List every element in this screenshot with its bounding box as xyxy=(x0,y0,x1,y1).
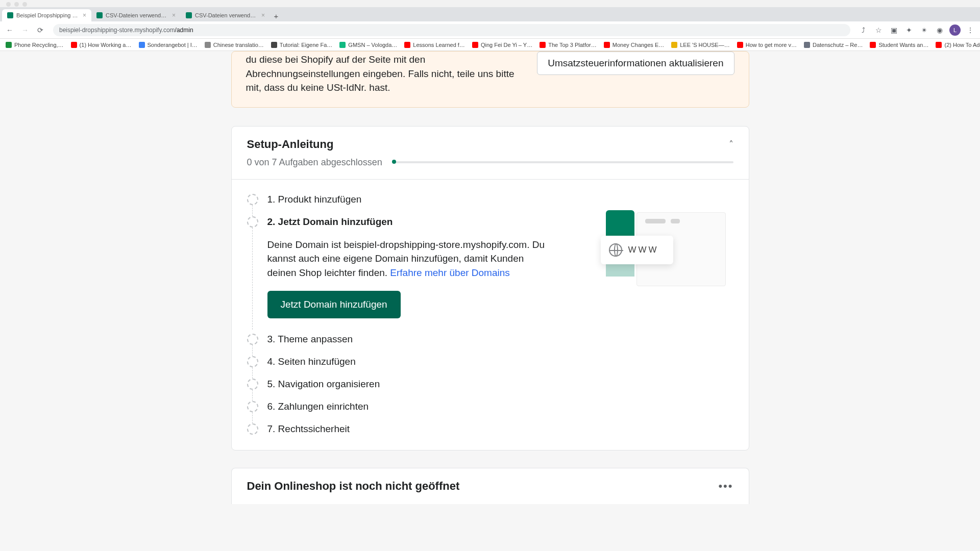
extension-icon[interactable]: ✦ xyxy=(903,24,915,36)
bookmark-favicon-icon xyxy=(936,42,942,48)
share-icon[interactable]: ⤴ xyxy=(857,24,869,36)
bookmark-item[interactable]: Student Wants an… xyxy=(867,42,931,48)
profile-avatar[interactable]: L xyxy=(949,24,961,36)
setup-step-6[interactable]: 6. Zahlungen einrichten xyxy=(247,400,733,412)
bookmark-favicon-icon xyxy=(804,42,810,48)
step-title: 7. Rechtssicherheit xyxy=(267,422,733,435)
bookmark-favicon-icon xyxy=(6,42,12,48)
step-circle-icon xyxy=(247,356,258,367)
url-bar[interactable]: beispiel-dropshipping-store.myshopify.co… xyxy=(53,24,850,36)
setup-step-1[interactable]: 1. Produkt hinzufügen xyxy=(247,193,733,205)
bookmark-item[interactable]: Qing Fei De Yi – Y… xyxy=(470,42,535,48)
mac-minimize-dot[interactable] xyxy=(14,2,19,7)
bookmark-favicon-icon xyxy=(404,42,410,48)
tab-title: CSV-Dateien verwenden, um P… xyxy=(106,12,169,18)
bookmark-favicon-icon xyxy=(139,42,145,48)
setup-guide-title: Setup-Anleitung xyxy=(247,138,334,151)
chevron-up-icon[interactable]: ˄ xyxy=(729,139,733,150)
bookmark-item[interactable]: Tutorial: Eigene Fa… xyxy=(268,42,335,48)
bookmark-label: Phone Recycling,… xyxy=(14,42,64,48)
step-circle-icon xyxy=(247,401,258,412)
setup-step-2[interactable]: 2. Jetzt Domain hinzufügen Deine Domain … xyxy=(247,215,733,319)
step-title: 4. Seiten hinzufügen xyxy=(267,355,733,367)
step-circle-icon xyxy=(247,194,258,205)
forward-icon[interactable]: → xyxy=(19,24,31,36)
bookmark-item[interactable]: Sonderangebot | I… xyxy=(136,42,200,48)
step-circle-icon xyxy=(247,379,258,390)
step-title: 1. Produkt hinzufügen xyxy=(267,193,733,205)
bookmark-favicon-icon xyxy=(737,42,743,48)
bookmark-item[interactable]: Chinese translatio… xyxy=(202,42,266,48)
bookmark-favicon-icon xyxy=(671,42,677,48)
setup-progress-bar xyxy=(393,161,733,163)
tab-close-icon[interactable]: × xyxy=(172,12,176,19)
update-vat-button[interactable]: Umsatzsteuerinformationen aktualisieren xyxy=(537,52,734,75)
step-title: 6. Zahlungen einrichten xyxy=(267,400,733,412)
bookmark-item[interactable]: LEE 'S HOUSE—… xyxy=(669,42,732,48)
tab-item-0[interactable]: Beispiel Dropshipping Store · H… × xyxy=(2,9,91,21)
window-controls xyxy=(0,0,980,7)
learn-more-domains-link[interactable]: Erfahre mehr über Domains xyxy=(390,267,509,278)
bookmark-label: Student Wants an… xyxy=(878,42,928,48)
bookmark-favicon-icon xyxy=(540,42,546,48)
camera-icon[interactable]: ▣ xyxy=(888,24,899,36)
shopify-favicon-icon xyxy=(7,12,13,18)
domain-illustration: WWW xyxy=(601,210,733,294)
step-title: 2. Jetzt Domain hinzufügen xyxy=(267,215,580,228)
tab-close-icon[interactable]: × xyxy=(261,12,265,19)
setup-step-4[interactable]: 4. Seiten hinzufügen xyxy=(247,355,733,367)
progress-dot-icon xyxy=(392,160,396,164)
bookmark-label: Sonderangebot | I… xyxy=(148,42,198,48)
setup-progress-text: 0 von 7 Aufgaben abgeschlossen xyxy=(247,157,382,168)
bookmark-item[interactable]: (1) How Working a… xyxy=(68,42,134,48)
url-domain: beispiel-dropshipping-store.myshopify.co… xyxy=(59,27,175,34)
www-label: WWW xyxy=(628,245,659,255)
page-body: du diese bei Shopify auf der Seite mit d… xyxy=(0,51,980,551)
bookmark-favicon-icon xyxy=(205,42,211,48)
bookmark-item[interactable]: GMSN – Vologda… xyxy=(337,42,400,48)
bookmark-label: LEE 'S HOUSE—… xyxy=(680,42,729,48)
nav-bar: ← → ⟳ beispiel-dropshipping-store.myshop… xyxy=(0,21,980,39)
bookmark-favicon-icon xyxy=(472,42,478,48)
bookmark-label: Lessons Learned f… xyxy=(413,42,465,48)
bookmark-label: Money Changes E… xyxy=(612,42,665,48)
extensions-puzzle-icon[interactable]: ✴ xyxy=(919,24,930,36)
back-icon[interactable]: ← xyxy=(4,24,15,36)
tab-item-1[interactable]: CSV-Dateien verwenden, um P… × xyxy=(91,9,181,21)
shopify-favicon-icon xyxy=(96,12,103,18)
bookmark-item[interactable]: Phone Recycling,… xyxy=(3,42,66,48)
setup-step-5[interactable]: 5. Navigation organisieren xyxy=(247,378,733,390)
bookmark-favicon-icon xyxy=(604,42,610,48)
tax-notice-text: du diese bei Shopify auf der Seite mit d… xyxy=(246,52,517,95)
tab-bar: Beispiel Dropshipping Store · H… × CSV-D… xyxy=(0,7,980,21)
step-circle-icon xyxy=(247,334,258,345)
setup-guide-card: Setup-Anleitung ˄ 0 von 7 Aufgaben abges… xyxy=(231,126,749,451)
reload-icon[interactable]: ⟳ xyxy=(35,24,46,36)
mac-zoom-dot[interactable] xyxy=(22,2,27,7)
bookmark-item[interactable]: (2) How To Add A… xyxy=(933,42,980,48)
shopify-favicon-icon xyxy=(186,12,192,18)
bookmark-item[interactable]: Lessons Learned f… xyxy=(402,42,468,48)
new-tab-button[interactable]: + xyxy=(270,10,282,21)
mac-close-dot[interactable] xyxy=(6,2,11,7)
bookmark-favicon-icon xyxy=(71,42,77,48)
setup-step-7[interactable]: 7. Rechtssicherheit xyxy=(247,422,733,435)
bookmark-item[interactable]: Datenschutz – Re… xyxy=(801,42,865,48)
bookmark-favicon-icon xyxy=(339,42,346,48)
step-circle-icon xyxy=(247,423,258,435)
add-domain-button[interactable]: Jetzt Domain hinzufügen xyxy=(267,291,401,318)
kebab-menu-icon[interactable]: ••• xyxy=(718,480,733,493)
bookmarks-bar: Phone Recycling,… (1) How Working a… Son… xyxy=(0,39,980,51)
setup-step-3[interactable]: 3. Theme anpassen xyxy=(247,333,733,345)
account-icon[interactable]: ◉ xyxy=(934,24,945,36)
bookmark-item[interactable]: How to get more v… xyxy=(734,42,799,48)
tab-title: Beispiel Dropshipping Store · H… xyxy=(16,12,80,18)
menu-icon[interactable]: ⋮ xyxy=(965,24,976,36)
bookmark-item[interactable]: Money Changes E… xyxy=(601,42,667,48)
tab-close-icon[interactable]: × xyxy=(83,12,86,19)
star-icon[interactable]: ☆ xyxy=(873,24,884,36)
tab-item-2[interactable]: CSV-Dateien verwenden, um P… × xyxy=(181,9,270,21)
bookmark-favicon-icon xyxy=(271,42,277,48)
bookmark-item[interactable]: The Top 3 Platfor… xyxy=(537,42,599,48)
globe-icon xyxy=(609,243,622,257)
